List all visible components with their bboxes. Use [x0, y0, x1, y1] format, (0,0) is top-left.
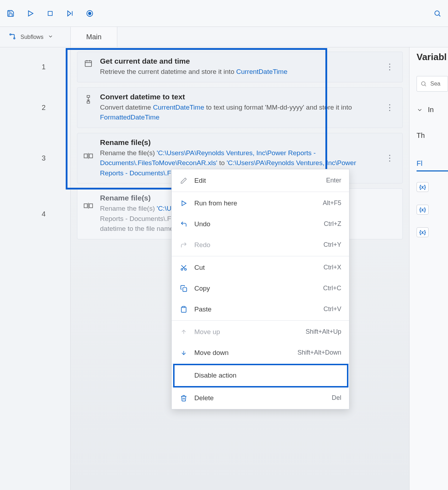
copy-icon [179, 285, 188, 292]
action-card-get-date[interactable]: Get current date and time Retrieve the c… [77, 52, 403, 82]
ctx-label: Undo [194, 220, 318, 228]
svg-point-27 [185, 268, 187, 270]
action-description: Convert datetime CurrentDateTime to text… [100, 103, 376, 123]
ctx-undo[interactable]: UndoCtrl+Z [172, 214, 349, 234]
ctx-shortcut: Enter [326, 177, 341, 184]
tab-main[interactable]: Main [71, 27, 117, 47]
variables-search[interactable]: Sea [417, 76, 448, 92]
svg-point-26 [181, 268, 183, 270]
svg-line-7 [439, 15, 440, 16]
ctx-shortcut: Del [332, 394, 341, 402]
ctx-label: Copy [194, 285, 317, 292]
variable-badge[interactable]: {x} [417, 227, 429, 237]
input-output-section[interactable]: In [417, 106, 448, 114]
ctx-shortcut: Alt+F5 [323, 199, 341, 207]
ctx-paste[interactable]: PasteCtrl+V [172, 299, 349, 320]
svg-rect-16 [87, 101, 89, 103]
paste-icon [179, 306, 188, 313]
svg-rect-20 [84, 204, 87, 208]
svg-point-23 [422, 82, 425, 86]
panel-text: Th [417, 132, 448, 140]
svg-marker-25 [182, 201, 186, 205]
step-icon[interactable] [65, 8, 75, 18]
action-title: Rename file(s) [100, 138, 376, 147]
ctx-delete[interactable]: DeleteDel [172, 387, 349, 408]
variables-title: Variabl [417, 52, 448, 63]
action-title: Convert datetime to text [100, 93, 376, 101]
ctx-shortcut: Shift+Alt+Up [306, 328, 341, 336]
down-icon [179, 349, 188, 356]
action-description: Retrieve the current datetime and store … [100, 67, 376, 77]
action-card-convert[interactable]: Convert datetime to text Convert datetim… [77, 87, 403, 128]
flow-variables-section[interactable]: Fl [417, 159, 448, 171]
ctx-label: Move up [194, 328, 299, 336]
subflow-bar: Subflows Main [0, 27, 448, 47]
context-menu: EditEnterRun from hereAlt+F5UndoCtrl+ZRe… [171, 169, 349, 409]
save-icon[interactable] [6, 8, 16, 18]
ctx-shortcut: Ctrl+X [323, 264, 341, 271]
svg-rect-21 [89, 204, 93, 208]
ctx-label: Cut [194, 264, 317, 272]
ctx-label: Delete [194, 394, 325, 402]
subflows-label: Subflows [20, 34, 43, 40]
stop-icon[interactable] [45, 8, 55, 18]
rename-icon [84, 152, 93, 159]
ctx-label: Move down [194, 349, 291, 357]
record-icon[interactable] [85, 8, 95, 18]
svg-line-24 [425, 85, 426, 86]
subflows-dropdown[interactable]: Subflows [0, 27, 71, 47]
edit-icon [179, 177, 188, 184]
subflow-icon [8, 33, 16, 42]
more-icon[interactable]: ⋮ [383, 62, 396, 72]
svg-rect-14 [87, 95, 89, 98]
calendar-icon [84, 59, 93, 68]
ctx-shortcut: Ctrl+Y [323, 241, 341, 249]
tab-main-label: Main [86, 33, 101, 41]
ctx-disable-action[interactable]: Disable action [172, 365, 349, 386]
ctx-label: Paste [194, 305, 317, 313]
ctx-copy[interactable]: CopyCtrl+C [172, 278, 349, 299]
ctx-shortcut: Ctrl+C [323, 285, 341, 292]
more-icon[interactable]: ⋮ [383, 103, 396, 112]
search-icon[interactable] [432, 8, 442, 18]
svg-rect-31 [183, 306, 185, 307]
ctx-move-up: Move upShift+Alt+Up [172, 321, 349, 342]
more-icon[interactable]: ⋮ [383, 153, 396, 163]
ctx-move-down[interactable]: Move downShift+Alt+Down [172, 342, 349, 363]
svg-point-6 [435, 11, 440, 15]
up-icon [179, 328, 188, 336]
redo-icon [179, 241, 188, 249]
svg-rect-30 [183, 287, 187, 291]
variables-panel: Variabl Sea In Th Fl {x} {x} {x} [409, 47, 448, 490]
svg-rect-10 [85, 61, 92, 66]
cut-icon [179, 264, 188, 271]
run-icon[interactable] [25, 8, 35, 18]
delete-icon [179, 395, 188, 402]
search-placeholder: Sea [430, 81, 440, 87]
svg-rect-1 [48, 11, 52, 16]
runfrom-icon [179, 200, 188, 207]
line-gutter [0, 47, 71, 490]
svg-marker-0 [29, 11, 33, 16]
undo-icon [179, 221, 188, 228]
ctx-label: Redo [194, 241, 317, 249]
action-row: 1 Get current date and time Retrieve the… [77, 52, 403, 82]
svg-point-9 [14, 37, 15, 39]
convert-icon [84, 95, 93, 104]
line-number: 2 [42, 104, 46, 112]
ctx-edit[interactable]: EditEnter [172, 170, 349, 191]
action-title: Get current date and time [100, 57, 376, 65]
svg-point-8 [10, 34, 11, 35]
variable-badge[interactable]: {x} [417, 205, 429, 215]
ctx-shortcut: Ctrl+Z [324, 220, 342, 228]
ctx-label: Edit [194, 177, 320, 185]
ctx-run-from-here[interactable]: Run from hereAlt+F5 [172, 193, 349, 214]
ctx-label: Disable action [194, 372, 335, 379]
ctx-cut[interactable]: CutCtrl+X [172, 257, 349, 278]
ctx-redo: RedoCtrl+Y [172, 234, 349, 255]
ctx-shortcut: Shift+Alt+Down [297, 349, 341, 356]
svg-rect-17 [84, 154, 87, 158]
ctx-shortcut: Ctrl+V [323, 305, 341, 313]
line-number: 4 [42, 210, 46, 218]
variable-badge[interactable]: {x} [417, 182, 429, 192]
